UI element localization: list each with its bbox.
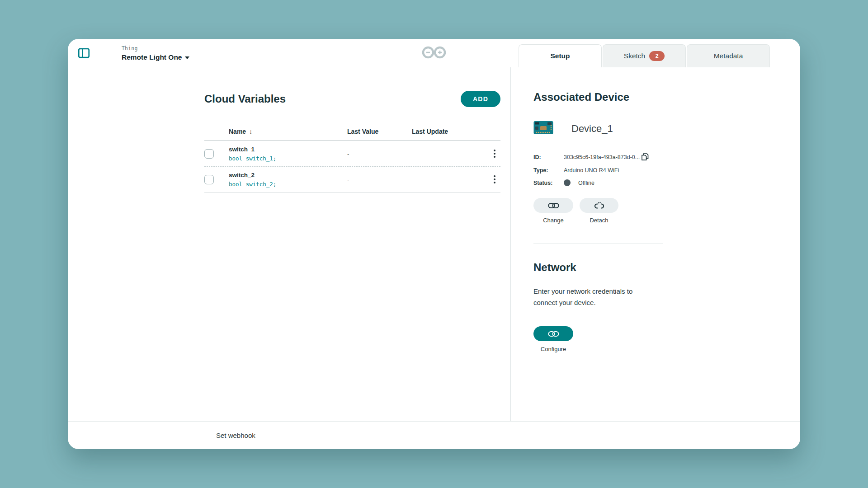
tab-sketch[interactable]: Sketch 2 bbox=[603, 44, 686, 67]
cloud-variables-panel: Cloud Variables ADD Name ↓ Last Value La… bbox=[68, 67, 511, 421]
row-checkbox-cell bbox=[204, 175, 229, 184]
table-row-switch-2: switch_2 bool switch_2; - bbox=[204, 167, 500, 192]
add-variable-button[interactable]: ADD bbox=[461, 91, 500, 107]
network-description: Enter your network credentials to connec… bbox=[533, 286, 652, 308]
thing-label: Thing bbox=[122, 45, 189, 52]
thing-title-block: Thing Remote Light One bbox=[122, 45, 189, 61]
device-type-row: Type: Arduino UNO R4 WiFi bbox=[533, 167, 800, 174]
tab-metadata-label: Metadata bbox=[714, 52, 743, 60]
sidebar-toggle-button[interactable] bbox=[78, 47, 90, 59]
thing-detail-card: Thing Remote Light One Setup Sketch 2 bbox=[68, 39, 800, 449]
sketch-count-badge: 2 bbox=[649, 51, 665, 61]
row-kebab-menu-icon[interactable] bbox=[492, 174, 497, 185]
column-header-name[interactable]: Name ↓ bbox=[229, 128, 347, 135]
cloud-variables-title: Cloud Variables bbox=[204, 93, 286, 105]
device-type-value: Arduino UNO R4 WiFi bbox=[564, 167, 619, 174]
table-row-switch-1: switch_1 bool switch_1; - bbox=[204, 141, 500, 167]
device-panel: Associated Device bbox=[511, 67, 800, 421]
device-actions: Change Detach bbox=[533, 198, 800, 224]
variable-name: switch_1 bbox=[229, 146, 276, 153]
broken-link-icon bbox=[594, 202, 605, 209]
row-menu-cell bbox=[489, 148, 500, 160]
row-checkbox[interactable] bbox=[204, 175, 214, 184]
variable-name-cell[interactable]: switch_1 bool switch_1; bbox=[229, 146, 347, 162]
device-id-value: 303c95c6-19fa-493a-873d-0... bbox=[564, 154, 640, 160]
sidebar-panel-icon bbox=[78, 53, 90, 61]
row-kebab-menu-icon[interactable] bbox=[492, 148, 497, 160]
last-value-cell: - bbox=[347, 150, 412, 158]
column-last-update-label: Last Update bbox=[412, 128, 448, 135]
chevron-down-icon bbox=[185, 56, 189, 59]
configure-network-button[interactable] bbox=[533, 326, 573, 341]
thing-body: Cloud Variables ADD Name ↓ Last Value La… bbox=[68, 67, 800, 421]
variable-declaration: bool switch_1; bbox=[229, 155, 276, 162]
configure-network-label: Configure bbox=[541, 346, 566, 352]
last-value-cell: - bbox=[347, 175, 412, 183]
variables-table-header: Name ↓ Last Value Last Update bbox=[204, 125, 500, 141]
tab-metadata[interactable]: Metadata bbox=[687, 44, 770, 67]
thing-name-text: Remote Light One bbox=[122, 53, 182, 61]
link-icon bbox=[548, 331, 559, 337]
thing-footer: Set webhook bbox=[68, 421, 800, 449]
device-status-row: Status: Offline bbox=[533, 179, 800, 186]
thing-header: Thing Remote Light One Setup Sketch 2 bbox=[68, 39, 800, 67]
thing-tabs: Setup Sketch 2 Metadata bbox=[519, 39, 770, 67]
copy-icon bbox=[641, 153, 649, 161]
copy-id-button[interactable] bbox=[641, 153, 649, 161]
associated-device-title: Associated Device bbox=[533, 91, 800, 103]
detach-device-button[interactable] bbox=[580, 198, 618, 213]
thing-name-dropdown[interactable]: Remote Light One bbox=[122, 53, 189, 61]
variable-name-cell[interactable]: switch_2 bool switch_2; bbox=[229, 172, 347, 188]
device-name: Device_1 bbox=[571, 123, 613, 135]
variables-table: Name ↓ Last Value Last Update bbox=[204, 125, 500, 192]
column-last-value-label: Last Value bbox=[347, 128, 378, 135]
tab-setup-label: Setup bbox=[550, 52, 570, 60]
device-id-row: ID: 303c95c6-19fa-493a-873d-0... bbox=[533, 153, 800, 161]
sort-descending-icon: ↓ bbox=[249, 128, 252, 135]
row-menu-cell bbox=[489, 174, 500, 185]
tab-sketch-label: Sketch bbox=[624, 52, 645, 60]
change-device-button[interactable] bbox=[533, 198, 573, 213]
cloud-variables-header: Cloud Variables ADD bbox=[204, 91, 500, 107]
column-name-label: Name bbox=[229, 128, 246, 135]
column-header-last-update: Last Update bbox=[412, 128, 489, 135]
tab-setup[interactable]: Setup bbox=[519, 44, 602, 67]
change-device-label: Change bbox=[543, 217, 564, 224]
last-value: - bbox=[347, 150, 349, 157]
set-webhook-link[interactable]: Set webhook bbox=[216, 432, 255, 439]
detach-device-label: Detach bbox=[590, 217, 608, 224]
offline-status-dot bbox=[564, 179, 571, 186]
device-board-thumbnail bbox=[533, 121, 553, 136]
arduino-logo-icon bbox=[421, 46, 447, 61]
change-device-group: Change bbox=[533, 198, 573, 224]
network-title: Network bbox=[533, 261, 800, 274]
configure-network-group: Configure bbox=[533, 326, 573, 352]
device-status-label: Status: bbox=[533, 180, 564, 186]
row-checkbox-cell bbox=[204, 149, 229, 159]
last-value: - bbox=[347, 176, 349, 183]
device-status-value: Offline bbox=[578, 180, 594, 186]
variable-declaration: bool switch_2; bbox=[229, 181, 276, 188]
device-id-label: ID: bbox=[533, 154, 564, 160]
device-summary-row: Device_1 bbox=[533, 121, 800, 136]
variable-name: switch_2 bbox=[229, 172, 276, 178]
link-icon bbox=[548, 202, 559, 209]
panel-divider bbox=[533, 244, 663, 244]
row-checkbox[interactable] bbox=[204, 149, 214, 159]
device-type-label: Type: bbox=[533, 167, 564, 174]
detach-device-group: Detach bbox=[580, 198, 618, 224]
column-header-last-value: Last Value bbox=[347, 128, 412, 135]
